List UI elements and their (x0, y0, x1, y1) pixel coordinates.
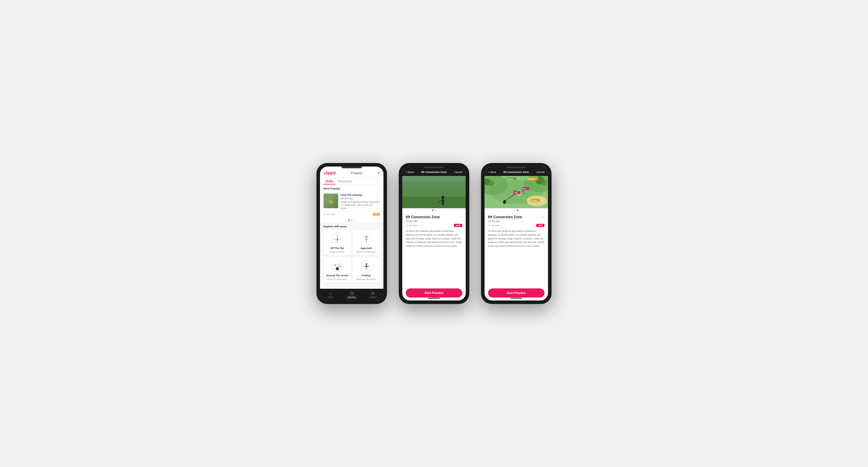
start-practice-button-3[interactable]: Start Practice (488, 289, 545, 298)
skill-desc-ott: Power accuracy (330, 251, 345, 253)
svg-line-17 (335, 266, 337, 267)
svg-point-6 (337, 238, 338, 240)
drill-meta: ⏱ 10 shots OTT (323, 211, 380, 215)
svg-text:Miss: Miss (523, 188, 527, 190)
drill-description: Create an imaginary fairway using trees … (341, 201, 380, 210)
svg-point-23 (366, 268, 367, 270)
svg-point-22 (368, 266, 369, 267)
phone-2-notch (424, 167, 444, 168)
svg-point-24 (363, 266, 365, 267)
nav-home[interactable]: ⌂ Home (320, 291, 341, 298)
skill-icon-putting (360, 260, 373, 273)
skill-around-green[interactable]: Around The Green Hone your short game (323, 257, 351, 282)
drill-image-map: Hit Miss FAIRWAY ROUGH SAND (485, 176, 548, 208)
skill-name-approach: Approach (361, 247, 372, 249)
svg-point-36 (441, 196, 444, 199)
nav-capture-label: Capture (369, 296, 377, 298)
nav-capture[interactable]: ⊕ Capture (362, 291, 383, 298)
phone-1-screen: clippd Practice ≡ Drills Favourites Most… (320, 167, 383, 300)
most-popular-label: Most Popular (320, 185, 383, 191)
svg-point-8 (366, 236, 367, 238)
golf-map: Hit Miss FAIRWAY ROUGH SAND (485, 176, 548, 208)
svg-point-47 (541, 179, 547, 185)
svg-rect-32 (402, 197, 466, 208)
skill-approach[interactable]: Approach Dial-in to hit the green (352, 230, 380, 255)
phone-2-content: ☆ 6ft Conversion Zone 10-50 yds ⏱ 20 sho… (402, 212, 466, 286)
img-dot-1[interactable] (432, 209, 433, 211)
star-icon-3[interactable]: ☆ (541, 215, 545, 220)
img-dot-3-2[interactable] (517, 209, 518, 211)
drill-description: 20 shots are randomly generated at dista… (406, 229, 462, 248)
phone-3-screen: < Back 6ft Conversion Zone Cancel (485, 167, 548, 300)
svg-line-18 (337, 265, 339, 267)
dot-1[interactable] (348, 220, 350, 221)
svg-text:SAND: SAND (532, 200, 537, 201)
image-dots (402, 208, 466, 212)
svg-point-12 (332, 261, 343, 272)
drill-card-inner: Find The Fairway Off The Tee Create an i… (323, 194, 380, 210)
cancel-button-3[interactable]: Cancel (536, 171, 545, 174)
drill-title-3: 6ft Conversion Zone (488, 215, 545, 219)
home-indicator-3 (510, 298, 522, 299)
drill-image-photo (402, 176, 466, 208)
star-icon[interactable]: ☆ (459, 215, 462, 220)
img-dot-3-1[interactable] (514, 209, 516, 211)
golf-photo (402, 176, 466, 208)
phone-3: < Back 6ft Conversion Zone Cancel (481, 163, 552, 304)
img-dot-2[interactable] (435, 209, 436, 211)
skill-putting[interactable]: Putting Make and lag practice (352, 257, 380, 282)
drill-header-title: 6ft Conversion Zone (421, 171, 446, 174)
drill-meta-row-3: ⏱ 20 shots ARG (488, 224, 545, 227)
skill-off-the-tee[interactable]: Off The Tee Power accuracy (323, 230, 351, 255)
drill-distance-3: 10-50 yds (488, 220, 545, 223)
back-button[interactable]: < Back (406, 171, 414, 174)
drill-golfer-img (323, 194, 338, 208)
star-icon[interactable]: ☆ (377, 194, 380, 197)
shots-info: ⏱ 20 shots (406, 224, 418, 227)
drill-header-title-3: 6ft Conversion Zone (503, 171, 529, 174)
phones-container: clippd Practice ≡ Drills Favourites Most… (316, 163, 552, 304)
svg-text:Hit: Hit (514, 192, 517, 193)
phone-1-notch (341, 167, 362, 168)
svg-point-14 (334, 264, 336, 266)
tab-favourites[interactable]: Favourites (336, 178, 354, 185)
menu-icon[interactable]: ≡ (378, 171, 380, 175)
shots-info-3: ⏱ 20 shots (488, 224, 500, 227)
clock-icon: ⏱ (323, 213, 326, 215)
svg-rect-33 (402, 182, 466, 197)
start-practice-button[interactable]: Start Practice (406, 289, 462, 298)
svg-rect-49 (504, 200, 505, 202)
shots-clock-icon-3: ⏱ (488, 224, 490, 227)
svg-point-25 (365, 266, 367, 268)
skill-desc-approach: Dial-in to hit the green (356, 251, 376, 253)
skill-icon-ott (331, 233, 344, 245)
featured-drill-card[interactable]: ☆ Find The Fairway Off The Tee Create an… (320, 191, 383, 218)
svg-text:FAIRWAY: FAIRWAY (527, 178, 535, 180)
home-indicator (428, 298, 440, 299)
tab-drills[interactable]: Drills (323, 178, 336, 185)
cancel-button[interactable]: Cancel (454, 171, 462, 174)
dot-3[interactable] (354, 220, 355, 221)
skill-desc-putting: Make and lag practice (356, 278, 376, 280)
skill-name-ott: Off The Tee (330, 247, 344, 249)
tabs-bar: Drills Favourites (320, 178, 383, 185)
phone-2: < Back 6ft Conversion Zone Cancel (399, 163, 469, 304)
phone-2-screen: < Back 6ft Conversion Zone Cancel (402, 167, 466, 300)
bottom-nav: ⌂ Home ⬡ Activities ⊕ Capture (320, 289, 383, 300)
skill-name-atg: Around The Green (326, 274, 348, 277)
activities-icon: ⬡ (350, 291, 353, 296)
image-dots-3 (485, 208, 548, 212)
phone-3-notch (506, 167, 527, 168)
arg-tag: ARG (454, 224, 462, 227)
svg-rect-35 (442, 199, 444, 205)
phone-1: clippd Practice ≡ Drills Favourites Most… (316, 163, 387, 304)
nav-activities[interactable]: ⬡ Activities (341, 291, 362, 298)
back-button-3[interactable]: < Back (488, 171, 496, 174)
phone-3-content: ☆ 6ft Conversion Zone 10-50 yds ⏱ 20 sho… (485, 212, 548, 286)
drill-distance: 10-50 yds (406, 220, 462, 223)
skill-icon-atg (331, 260, 344, 273)
svg-point-21 (366, 263, 367, 265)
dot-2[interactable] (351, 220, 352, 221)
skill-desc-atg: Hone your short game (327, 278, 347, 280)
phone-1-content: Most Popular ☆ Find The Fairway Off The … (320, 185, 383, 289)
